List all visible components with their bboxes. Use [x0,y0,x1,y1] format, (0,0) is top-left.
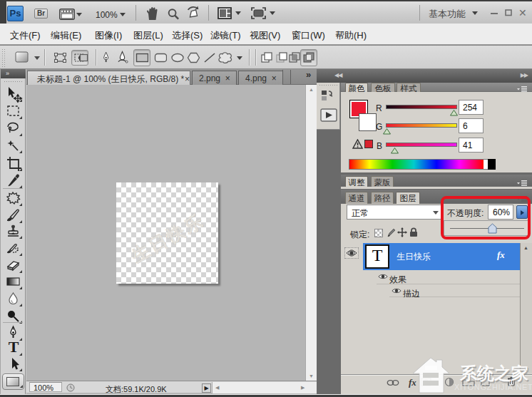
svg-text:XITONGZHIJIA.NET: XITONGZHIJIA.NET [454,383,532,391]
svg-text:系统之家: 系统之家 [459,364,528,383]
